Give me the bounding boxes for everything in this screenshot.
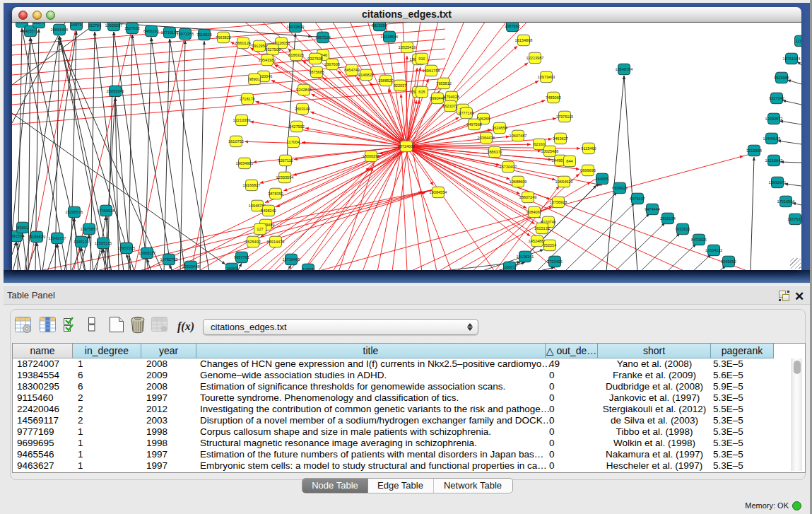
svg-text:6939923: 6939923	[612, 186, 628, 190]
svg-text:19384554: 19384554	[430, 190, 447, 194]
svg-text:16063: 16063	[226, 267, 237, 270]
svg-text:1610755: 1610755	[228, 139, 244, 144]
svg-text:10071: 10071	[504, 265, 515, 269]
svg-text:15716485: 15716485	[283, 257, 300, 262]
svg-text:9474444: 9474444	[645, 207, 660, 211]
svg-text:9463627: 9463627	[553, 136, 568, 141]
svg-text:6466160: 6466160	[143, 29, 159, 33]
svg-text:13325419: 13325419	[399, 45, 416, 49]
svg-text:9146821: 9146821	[358, 73, 374, 77]
svg-text:20691406: 20691406	[51, 28, 69, 32]
svg-text:1345134: 1345134	[73, 240, 89, 244]
svg-text:9115460: 9115460	[581, 146, 596, 151]
svg-text:14136141: 14136141	[517, 255, 534, 259]
svg-text:11123: 11123	[796, 39, 801, 43]
svg-text:7515526: 7515526	[196, 33, 212, 37]
svg-text:10782759: 10782759	[160, 257, 178, 262]
svg-text:12505115: 12505115	[95, 241, 112, 245]
svg-text:9242845: 9242845	[296, 88, 312, 92]
svg-text:8427552: 8427552	[289, 124, 305, 129]
svg-text:1405571: 1405571	[23, 29, 38, 33]
svg-text:9777169: 9777169	[459, 111, 474, 115]
svg-text:1527602: 1527602	[124, 26, 140, 30]
svg-text:2718176: 2718176	[240, 97, 255, 101]
svg-text:62160: 62160	[534, 142, 545, 146]
svg-text:10607487: 10607487	[510, 134, 527, 138]
svg-text:9227342: 9227342	[769, 96, 784, 100]
svg-text:15692971: 15692971	[769, 180, 787, 185]
svg-text:3215958: 3215958	[746, 148, 762, 153]
svg-text:16914479: 16914479	[267, 240, 285, 244]
svg-text:844: 844	[566, 159, 572, 163]
svg-text:10653287: 10653287	[105, 23, 123, 28]
svg-text:12353594: 12353594	[276, 175, 294, 180]
svg-text:12213389: 12213389	[233, 118, 251, 122]
svg-text:0699695: 0699695	[580, 168, 596, 173]
svg-text:19654923: 19654923	[555, 180, 573, 184]
svg-text:164095: 164095	[596, 177, 609, 181]
svg-text:12213987: 12213987	[526, 56, 544, 60]
svg-text:10025488: 10025488	[541, 149, 559, 153]
svg-text:10756928: 10756928	[550, 200, 567, 204]
svg-text:8454749: 8454749	[344, 68, 360, 72]
svg-text:10688609: 10688609	[510, 180, 527, 184]
svg-text:9657791: 9657791	[234, 255, 249, 259]
svg-text:822037: 822037	[394, 83, 407, 88]
svg-text:7857224: 7857224	[315, 35, 331, 40]
svg-text:6497568: 6497568	[466, 122, 482, 127]
svg-text:12444195: 12444195	[763, 136, 781, 141]
svg-text:39159: 39159	[12, 234, 22, 238]
svg-text:10654112: 10654112	[705, 248, 722, 252]
svg-text:2087662: 2087662	[505, 24, 520, 28]
svg-text:615: 615	[418, 90, 425, 94]
svg-text:15720407: 15720407	[500, 165, 517, 169]
svg-text:12908: 12908	[302, 267, 314, 270]
svg-text:10975857: 10975857	[81, 227, 98, 231]
svg-text:3878352: 3878352	[268, 192, 283, 196]
svg-text:17359928: 17359928	[98, 209, 115, 213]
svg-text:7886372: 7886372	[487, 150, 502, 154]
svg-text:17957225: 17957225	[118, 246, 136, 250]
svg-text:1733426: 1733426	[547, 259, 563, 264]
svg-text:12093872: 12093872	[765, 117, 783, 121]
svg-text:1588520: 1588520	[378, 78, 394, 83]
svg-text:7625402: 7625402	[245, 240, 261, 244]
svg-text:7955812: 7955812	[436, 81, 452, 86]
svg-text:9327509: 9327509	[265, 47, 281, 52]
svg-text:19654985: 19654985	[236, 161, 254, 165]
svg-text:10543382: 10543382	[259, 58, 276, 62]
svg-text:16671355: 16671355	[177, 32, 194, 36]
svg-text:7485063: 7485063	[546, 95, 561, 100]
svg-text:8813054: 8813054	[372, 23, 387, 28]
svg-text:8471626: 8471626	[691, 238, 707, 242]
svg-text:117004: 117004	[287, 140, 300, 144]
svg-text:5498242: 5498242	[261, 209, 276, 213]
svg-text:2935134: 2935134	[660, 216, 676, 221]
svg-text:3875685: 3875685	[309, 70, 324, 74]
svg-text:912764: 912764	[88, 23, 102, 28]
svg-text:83001: 83001	[17, 226, 28, 230]
svg-text:9245652: 9245652	[721, 259, 736, 264]
svg-text:16961758: 16961758	[423, 69, 440, 73]
svg-text:9084067: 9084067	[526, 210, 542, 214]
svg-text:16210643: 16210643	[765, 158, 783, 163]
svg-text:2367608: 2367608	[324, 62, 340, 66]
svg-text:12923448: 12923448	[182, 264, 200, 269]
svg-text:7663822: 7663822	[216, 35, 231, 40]
svg-text:9327508: 9327508	[307, 57, 323, 61]
svg-text:8660124: 8660124	[235, 41, 251, 45]
svg-text:16033809: 16033809	[287, 25, 305, 29]
svg-text:18807249: 18807249	[519, 195, 537, 199]
svg-text:10958117: 10958117	[139, 251, 155, 255]
svg-text:18724007: 18724007	[398, 144, 416, 148]
svg-text:11156829: 11156829	[28, 235, 45, 239]
svg-text:2603144: 2603144	[295, 107, 310, 111]
svg-text:19166827: 19166827	[243, 183, 261, 187]
svg-text:7632621: 7632621	[675, 227, 690, 231]
svg-text:26206576: 26206576	[66, 210, 83, 214]
svg-text:98901: 98901	[249, 77, 260, 81]
svg-text:8186328: 8186328	[288, 53, 304, 57]
svg-text:3267110: 3267110	[278, 158, 293, 163]
svg-text:19218506: 19218506	[381, 35, 399, 39]
svg-text:15751024: 15751024	[783, 57, 801, 61]
